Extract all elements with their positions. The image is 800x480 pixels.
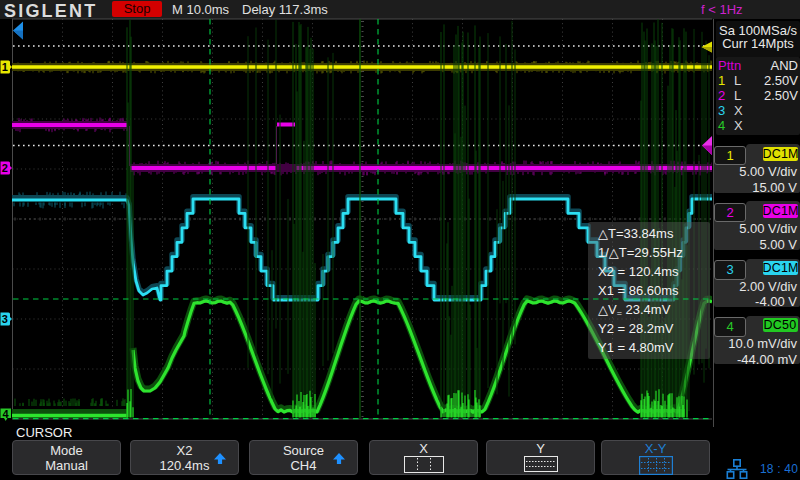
svg-text:X2 = 120.4ms: X2 = 120.4ms [598, 264, 679, 279]
svg-text:1/△T=29.55Hz: 1/△T=29.55Hz [598, 245, 683, 260]
svg-text:△T=33.84ms: △T=33.84ms [598, 226, 674, 241]
svg-text:4: 4 [3, 408, 10, 420]
svg-text:Y1 = 4.80mV: Y1 = 4.80mV [598, 340, 674, 355]
svg-text:△V= 23.4mV: △V= 23.4mV [598, 302, 671, 318]
svg-text:2: 2 [2, 162, 8, 174]
svg-text:3: 3 [2, 313, 8, 325]
svg-text:Y2 = 28.2mV: Y2 = 28.2mV [598, 321, 674, 336]
svg-text:1: 1 [2, 61, 8, 73]
svg-text:X1 = 86.60ms: X1 = 86.60ms [598, 283, 679, 298]
